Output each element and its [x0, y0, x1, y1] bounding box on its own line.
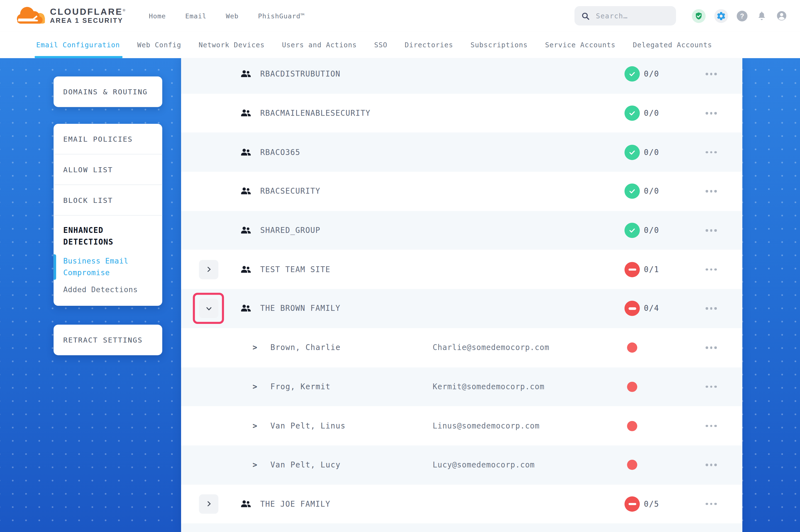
- groups-table: RBACDISTRUBUTION0/0RBACMAILENABLESECURIT…: [181, 58, 742, 532]
- sidebar-item-business-email-compromise[interactable]: Business Email Compromise: [63, 255, 150, 279]
- table-row-group: RBACSECURITY0/0: [181, 172, 742, 211]
- status-count: 0/0: [644, 109, 659, 118]
- row-actions-menu[interactable]: [705, 500, 717, 508]
- nav-link-phishguard-[interactable]: PhishGuard™: [258, 12, 305, 19]
- tab-label: Web Config: [137, 41, 181, 49]
- business-email-compromise-label: Business Email Compromise: [63, 255, 145, 279]
- tab-network-devices[interactable]: Network Devices: [199, 32, 265, 58]
- nav-link-email[interactable]: Email: [185, 12, 206, 19]
- groups-table-panel: RBACDISTRUBUTION0/0RBACMAILENABLESECURIT…: [181, 58, 742, 532]
- table-row-group: SHARED_GROUP0/0: [181, 211, 742, 250]
- group-name[interactable]: THE BROWN FAMILY: [260, 304, 340, 313]
- help-glyph: ?: [740, 12, 744, 19]
- user-email: Lucy@somedemocorp.com: [433, 460, 535, 469]
- sidebar-item-allow-list[interactable]: ALLOW LIST: [54, 154, 162, 185]
- group-name[interactable]: RBACMAILENABLESECURITY: [260, 109, 370, 118]
- status-badge-ok: [624, 145, 640, 160]
- sidebar-item-added-detections[interactable]: Added Detections: [63, 285, 150, 293]
- table-row-user: >Brown, CharlieCharlie@somedemocorp.com: [181, 328, 742, 367]
- search-box[interactable]: [575, 6, 676, 25]
- tab-email-configuration[interactable]: Email Configuration: [36, 32, 120, 58]
- user-email: Linus@somedemocorp.com: [433, 421, 540, 431]
- user-icon[interactable]: [776, 10, 787, 21]
- row-actions-menu[interactable]: [705, 148, 717, 156]
- group-name[interactable]: RBACDISTRUBUTION: [260, 70, 340, 79]
- sidebar-item-block-list[interactable]: BLOCK LIST: [54, 185, 162, 216]
- cloudflare-logo[interactable]: CLOUDFLARE® AREA 1 SECURITY: [15, 5, 125, 26]
- tab-sso[interactable]: SSO: [374, 32, 387, 58]
- user-email: Charlie@somedemocorp.com: [433, 343, 549, 352]
- status-count: 0/0: [644, 226, 659, 235]
- group-name[interactable]: SHARED_GROUP: [260, 226, 320, 235]
- tab-users-and-actions[interactable]: Users and Actions: [282, 32, 357, 58]
- expand-button[interactable]: [199, 260, 218, 279]
- content-area: DOMAINS & ROUTING EMAIL POLICIES ALLOW L…: [0, 58, 800, 532]
- sidebar-item-retract-settings[interactable]: RETRACT SETTINGS: [54, 336, 143, 344]
- group-name[interactable]: RBACSECURITY: [260, 187, 320, 196]
- sidebar-item-domains-routing[interactable]: DOMAINS & ROUTING: [54, 88, 148, 96]
- tab-web-config[interactable]: Web Config: [137, 32, 181, 58]
- row-actions-menu[interactable]: [705, 226, 717, 234]
- sidebar-card-policies: EMAIL POLICIES ALLOW LIST BLOCK LIST ENH…: [54, 124, 162, 306]
- table-row-group: RBACO3650/0: [181, 133, 742, 172]
- group-users-icon: [241, 304, 251, 313]
- tab-service-accounts[interactable]: Service Accounts: [545, 32, 616, 58]
- search-input[interactable]: [595, 11, 669, 20]
- group-users-icon: [241, 187, 251, 196]
- tab-directories[interactable]: Directories: [405, 32, 453, 58]
- group-name[interactable]: TEST TEAM SITE: [260, 265, 330, 274]
- nav-link-web[interactable]: Web: [226, 12, 239, 19]
- gear-icon[interactable]: [714, 9, 728, 22]
- sidebar-card-domains-routing[interactable]: DOMAINS & ROUTING: [54, 77, 162, 107]
- registered-mark: ®: [123, 8, 125, 12]
- status-count: 0/4: [644, 304, 659, 313]
- sidebar-item-email-policies[interactable]: EMAIL POLICIES: [54, 124, 162, 154]
- group-users-icon: [241, 500, 251, 508]
- user-name[interactable]: Van Pelt, Linus: [271, 421, 346, 431]
- row-actions-menu[interactable]: [705, 70, 717, 78]
- shield-check-icon[interactable]: [692, 9, 706, 22]
- user-expand-caret[interactable]: >: [253, 460, 257, 469]
- status-badge-blocked: [624, 496, 640, 512]
- row-actions-menu[interactable]: [705, 421, 717, 430]
- enhanced-detections-section: ENHANCED DETECTIONS Business Email Compr…: [54, 216, 162, 293]
- row-actions-menu[interactable]: [705, 109, 717, 117]
- group-users-icon: [241, 148, 251, 157]
- status-badge-blocked: [624, 262, 640, 277]
- user-name[interactable]: Brown, Charlie: [271, 343, 341, 352]
- status-badge-ok: [624, 223, 640, 238]
- expand-button[interactable]: [199, 494, 218, 514]
- header-right: ?: [575, 6, 800, 25]
- status-badge-ok: [624, 184, 640, 199]
- search-icon: [581, 12, 590, 20]
- user-name[interactable]: Van Pelt, Lucy: [271, 460, 341, 469]
- user-expand-caret[interactable]: >: [253, 343, 257, 352]
- status-dot-blocked: [627, 421, 637, 431]
- table-row-user: >Van Pelt, LucyLucy@somedemocorp.com: [181, 445, 742, 484]
- bell-icon[interactable]: [756, 10, 767, 21]
- tab-label: SSO: [374, 41, 387, 49]
- group-name[interactable]: RBACO365: [260, 148, 300, 157]
- table-row-user: >Frog, KermitKermit@somedemocorp.com: [181, 367, 742, 406]
- row-actions-menu[interactable]: [705, 265, 717, 273]
- row-actions-menu[interactable]: [705, 383, 717, 391]
- row-actions-menu[interactable]: [705, 304, 717, 313]
- user-name[interactable]: Frog, Kermit: [271, 382, 331, 391]
- group-users-icon: [241, 70, 251, 78]
- user-expand-caret[interactable]: >: [253, 421, 257, 431]
- sidebar-card-retract-settings[interactable]: RETRACT SETTINGS: [54, 325, 162, 355]
- row-actions-menu[interactable]: [705, 461, 717, 469]
- help-icon[interactable]: ?: [737, 11, 747, 21]
- tab-delegated-accounts[interactable]: Delegated Accounts: [633, 32, 712, 58]
- tab-subscriptions[interactable]: Subscriptions: [471, 32, 528, 58]
- collapse-button[interactable]: [199, 299, 218, 318]
- group-name[interactable]: THE JOE FAMILY: [260, 499, 330, 509]
- tab-label: Subscriptions: [471, 41, 528, 49]
- nav-link-home[interactable]: Home: [149, 12, 166, 19]
- brand-subtitle: AREA 1 SECURITY: [50, 17, 125, 25]
- row-actions-menu[interactable]: [705, 187, 717, 195]
- user-expand-caret[interactable]: >: [253, 382, 257, 391]
- row-actions-menu[interactable]: [705, 343, 717, 352]
- tab-label: Directories: [405, 41, 453, 49]
- status-dot-blocked: [627, 343, 637, 353]
